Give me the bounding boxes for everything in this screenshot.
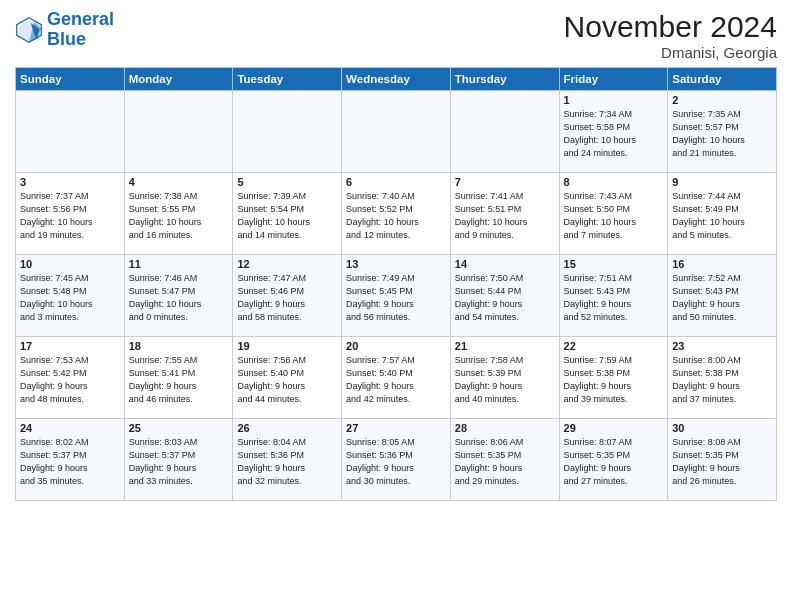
day-number: 5 bbox=[237, 176, 337, 188]
day-info: Sunrise: 8:04 AM Sunset: 5:36 PM Dayligh… bbox=[237, 436, 337, 488]
day-info: Sunrise: 7:52 AM Sunset: 5:43 PM Dayligh… bbox=[672, 272, 772, 324]
calendar-cell: 1Sunrise: 7:34 AM Sunset: 5:58 PM Daylig… bbox=[559, 91, 668, 173]
col-monday: Monday bbox=[124, 68, 233, 91]
calendar-cell: 21Sunrise: 7:58 AM Sunset: 5:39 PM Dayli… bbox=[450, 337, 559, 419]
day-info: Sunrise: 8:07 AM Sunset: 5:35 PM Dayligh… bbox=[564, 436, 664, 488]
calendar-cell: 11Sunrise: 7:46 AM Sunset: 5:47 PM Dayli… bbox=[124, 255, 233, 337]
day-number: 28 bbox=[455, 422, 555, 434]
day-number: 29 bbox=[564, 422, 664, 434]
day-number: 1 bbox=[564, 94, 664, 106]
day-number: 20 bbox=[346, 340, 446, 352]
calendar-cell bbox=[342, 91, 451, 173]
calendar-cell: 28Sunrise: 8:06 AM Sunset: 5:35 PM Dayli… bbox=[450, 419, 559, 501]
day-info: Sunrise: 8:05 AM Sunset: 5:36 PM Dayligh… bbox=[346, 436, 446, 488]
day-number: 18 bbox=[129, 340, 229, 352]
calendar-week-2: 3Sunrise: 7:37 AM Sunset: 5:56 PM Daylig… bbox=[16, 173, 777, 255]
col-thursday: Thursday bbox=[450, 68, 559, 91]
page-container: General Blue November 2024 Dmanisi, Geor… bbox=[0, 0, 792, 511]
calendar-cell: 18Sunrise: 7:55 AM Sunset: 5:41 PM Dayli… bbox=[124, 337, 233, 419]
day-info: Sunrise: 7:39 AM Sunset: 5:54 PM Dayligh… bbox=[237, 190, 337, 242]
calendar-cell: 7Sunrise: 7:41 AM Sunset: 5:51 PM Daylig… bbox=[450, 173, 559, 255]
calendar-cell: 2Sunrise: 7:35 AM Sunset: 5:57 PM Daylig… bbox=[668, 91, 777, 173]
day-number: 17 bbox=[20, 340, 120, 352]
day-info: Sunrise: 7:37 AM Sunset: 5:56 PM Dayligh… bbox=[20, 190, 120, 242]
day-number: 26 bbox=[237, 422, 337, 434]
calendar-cell: 6Sunrise: 7:40 AM Sunset: 5:52 PM Daylig… bbox=[342, 173, 451, 255]
day-number: 11 bbox=[129, 258, 229, 270]
calendar-week-1: 1Sunrise: 7:34 AM Sunset: 5:58 PM Daylig… bbox=[16, 91, 777, 173]
day-number: 19 bbox=[237, 340, 337, 352]
col-tuesday: Tuesday bbox=[233, 68, 342, 91]
day-number: 23 bbox=[672, 340, 772, 352]
calendar-cell: 23Sunrise: 8:00 AM Sunset: 5:38 PM Dayli… bbox=[668, 337, 777, 419]
calendar-cell bbox=[450, 91, 559, 173]
calendar-header-row: Sunday Monday Tuesday Wednesday Thursday… bbox=[16, 68, 777, 91]
day-number: 14 bbox=[455, 258, 555, 270]
calendar-cell: 30Sunrise: 8:08 AM Sunset: 5:35 PM Dayli… bbox=[668, 419, 777, 501]
calendar-cell bbox=[124, 91, 233, 173]
day-info: Sunrise: 7:56 AM Sunset: 5:40 PM Dayligh… bbox=[237, 354, 337, 406]
logo-icon bbox=[15, 16, 43, 44]
calendar-cell: 9Sunrise: 7:44 AM Sunset: 5:49 PM Daylig… bbox=[668, 173, 777, 255]
calendar-table: Sunday Monday Tuesday Wednesday Thursday… bbox=[15, 67, 777, 501]
day-info: Sunrise: 7:57 AM Sunset: 5:40 PM Dayligh… bbox=[346, 354, 446, 406]
calendar-week-5: 24Sunrise: 8:02 AM Sunset: 5:37 PM Dayli… bbox=[16, 419, 777, 501]
calendar-title: November 2024 bbox=[564, 10, 777, 44]
calendar-cell: 27Sunrise: 8:05 AM Sunset: 5:36 PM Dayli… bbox=[342, 419, 451, 501]
calendar-cell: 22Sunrise: 7:59 AM Sunset: 5:38 PM Dayli… bbox=[559, 337, 668, 419]
title-block: November 2024 Dmanisi, Georgia bbox=[564, 10, 777, 61]
calendar-cell: 26Sunrise: 8:04 AM Sunset: 5:36 PM Dayli… bbox=[233, 419, 342, 501]
day-info: Sunrise: 8:06 AM Sunset: 5:35 PM Dayligh… bbox=[455, 436, 555, 488]
calendar-cell: 16Sunrise: 7:52 AM Sunset: 5:43 PM Dayli… bbox=[668, 255, 777, 337]
calendar-cell bbox=[16, 91, 125, 173]
calendar-cell: 8Sunrise: 7:43 AM Sunset: 5:50 PM Daylig… bbox=[559, 173, 668, 255]
day-info: Sunrise: 8:08 AM Sunset: 5:35 PM Dayligh… bbox=[672, 436, 772, 488]
calendar-cell: 15Sunrise: 7:51 AM Sunset: 5:43 PM Dayli… bbox=[559, 255, 668, 337]
day-info: Sunrise: 8:03 AM Sunset: 5:37 PM Dayligh… bbox=[129, 436, 229, 488]
calendar-cell: 14Sunrise: 7:50 AM Sunset: 5:44 PM Dayli… bbox=[450, 255, 559, 337]
day-info: Sunrise: 7:35 AM Sunset: 5:57 PM Dayligh… bbox=[672, 108, 772, 160]
day-info: Sunrise: 7:40 AM Sunset: 5:52 PM Dayligh… bbox=[346, 190, 446, 242]
day-info: Sunrise: 7:51 AM Sunset: 5:43 PM Dayligh… bbox=[564, 272, 664, 324]
calendar-week-4: 17Sunrise: 7:53 AM Sunset: 5:42 PM Dayli… bbox=[16, 337, 777, 419]
day-number: 30 bbox=[672, 422, 772, 434]
calendar-cell: 20Sunrise: 7:57 AM Sunset: 5:40 PM Dayli… bbox=[342, 337, 451, 419]
day-number: 16 bbox=[672, 258, 772, 270]
day-info: Sunrise: 7:49 AM Sunset: 5:45 PM Dayligh… bbox=[346, 272, 446, 324]
calendar-cell: 12Sunrise: 7:47 AM Sunset: 5:46 PM Dayli… bbox=[233, 255, 342, 337]
day-info: Sunrise: 7:55 AM Sunset: 5:41 PM Dayligh… bbox=[129, 354, 229, 406]
col-wednesday: Wednesday bbox=[342, 68, 451, 91]
col-saturday: Saturday bbox=[668, 68, 777, 91]
day-info: Sunrise: 7:50 AM Sunset: 5:44 PM Dayligh… bbox=[455, 272, 555, 324]
day-number: 15 bbox=[564, 258, 664, 270]
day-number: 27 bbox=[346, 422, 446, 434]
day-info: Sunrise: 7:34 AM Sunset: 5:58 PM Dayligh… bbox=[564, 108, 664, 160]
day-number: 12 bbox=[237, 258, 337, 270]
logo-text: General Blue bbox=[47, 10, 114, 50]
day-number: 13 bbox=[346, 258, 446, 270]
day-info: Sunrise: 7:53 AM Sunset: 5:42 PM Dayligh… bbox=[20, 354, 120, 406]
day-number: 22 bbox=[564, 340, 664, 352]
calendar-cell: 13Sunrise: 7:49 AM Sunset: 5:45 PM Dayli… bbox=[342, 255, 451, 337]
calendar-cell: 29Sunrise: 8:07 AM Sunset: 5:35 PM Dayli… bbox=[559, 419, 668, 501]
day-info: Sunrise: 7:44 AM Sunset: 5:49 PM Dayligh… bbox=[672, 190, 772, 242]
calendar-week-3: 10Sunrise: 7:45 AM Sunset: 5:48 PM Dayli… bbox=[16, 255, 777, 337]
day-info: Sunrise: 7:59 AM Sunset: 5:38 PM Dayligh… bbox=[564, 354, 664, 406]
col-friday: Friday bbox=[559, 68, 668, 91]
logo: General Blue bbox=[15, 10, 114, 50]
calendar-cell: 3Sunrise: 7:37 AM Sunset: 5:56 PM Daylig… bbox=[16, 173, 125, 255]
day-number: 2 bbox=[672, 94, 772, 106]
day-number: 6 bbox=[346, 176, 446, 188]
day-number: 25 bbox=[129, 422, 229, 434]
calendar-cell: 24Sunrise: 8:02 AM Sunset: 5:37 PM Dayli… bbox=[16, 419, 125, 501]
page-header: General Blue November 2024 Dmanisi, Geor… bbox=[15, 10, 777, 61]
day-number: 4 bbox=[129, 176, 229, 188]
day-info: Sunrise: 7:47 AM Sunset: 5:46 PM Dayligh… bbox=[237, 272, 337, 324]
day-info: Sunrise: 8:00 AM Sunset: 5:38 PM Dayligh… bbox=[672, 354, 772, 406]
day-info: Sunrise: 7:45 AM Sunset: 5:48 PM Dayligh… bbox=[20, 272, 120, 324]
calendar-cell: 19Sunrise: 7:56 AM Sunset: 5:40 PM Dayli… bbox=[233, 337, 342, 419]
calendar-cell: 5Sunrise: 7:39 AM Sunset: 5:54 PM Daylig… bbox=[233, 173, 342, 255]
calendar-cell: 25Sunrise: 8:03 AM Sunset: 5:37 PM Dayli… bbox=[124, 419, 233, 501]
calendar-cell: 10Sunrise: 7:45 AM Sunset: 5:48 PM Dayli… bbox=[16, 255, 125, 337]
day-number: 24 bbox=[20, 422, 120, 434]
